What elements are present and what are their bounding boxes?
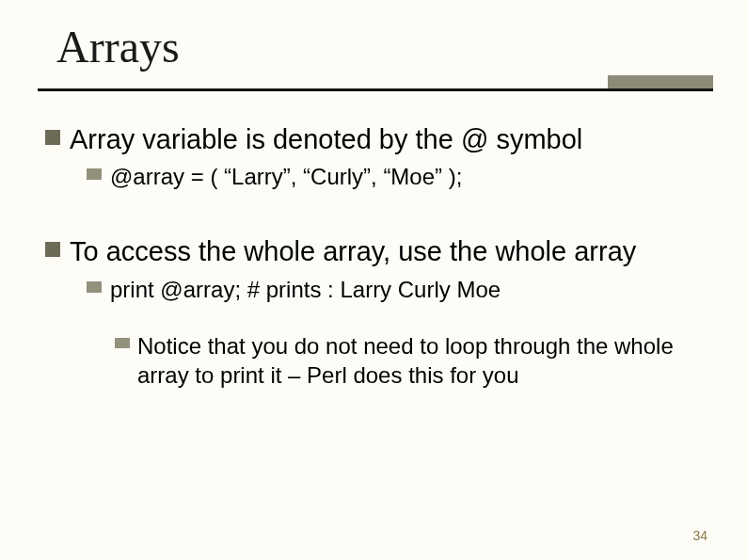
slide-body: Array variable is denoted by the @ symbo… (45, 122, 709, 395)
bullet-level1: Array variable is denoted by the @ symbo… (45, 122, 709, 156)
bullet-icon (87, 281, 102, 293)
title-accent (608, 75, 713, 88)
bullet-text: Array variable is denoted by the @ symbo… (70, 122, 582, 156)
page-number: 34 (692, 528, 707, 543)
bullet-text: To access the whole array, use the whole… (70, 234, 636, 268)
bullet-text: print @array; # prints : Larry Curly Moe (110, 275, 501, 304)
bullet-icon (45, 130, 60, 145)
bullet-level2: print @array; # prints : Larry Curly Moe (87, 275, 709, 304)
title-rule (38, 88, 713, 91)
bullet-level3: Notice that you do not need to loop thro… (115, 332, 709, 390)
slide-title: Arrays (56, 21, 180, 72)
bullet-level2: @array = ( “Larry”, “Curly”, “Moe” ); (87, 162, 709, 191)
bullet-level1: To access the whole array, use the whole… (45, 234, 709, 268)
bullet-icon (115, 338, 130, 348)
bullet-icon (87, 168, 102, 180)
bullet-text: @array = ( “Larry”, “Curly”, “Moe” ); (110, 162, 462, 191)
bullet-icon (45, 242, 60, 257)
bullet-text: Notice that you do not need to loop thro… (137, 332, 709, 390)
